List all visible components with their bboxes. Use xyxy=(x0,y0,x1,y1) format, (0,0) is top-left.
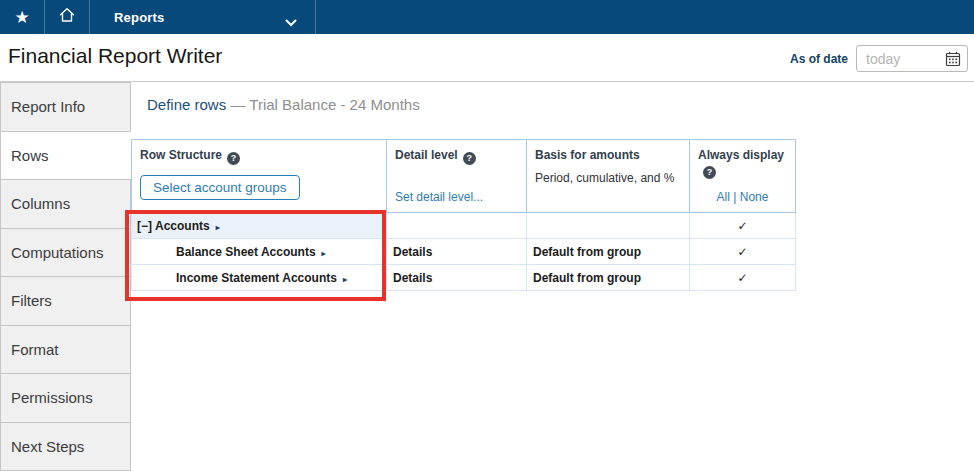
page-title: Financial Report Writer xyxy=(8,44,222,68)
basis-cell: Default from group xyxy=(527,239,690,265)
section-heading: Define rows — Trial Balance - 24 Months xyxy=(147,96,420,113)
sidebar-item-label: Report Info xyxy=(11,98,85,115)
calendar-icon[interactable] xyxy=(945,51,961,71)
chevron-down-icon xyxy=(285,13,297,31)
topbar-divider xyxy=(315,0,316,34)
row-structure-cell-balance-sheet[interactable]: Balance Sheet Accounts▸ xyxy=(132,239,387,265)
section-heading-separator: — xyxy=(230,96,245,113)
always-display-label: Always display xyxy=(698,148,784,162)
always-display-all-link[interactable]: All xyxy=(717,190,730,204)
sidebar-item-label: Next Steps xyxy=(11,438,84,455)
column-header-basis-for-amounts: Basis for amounts Period, cumulative, an… xyxy=(527,140,690,213)
sidebar-item-label: Filters xyxy=(11,292,52,309)
sidebar-item-computations[interactable]: Computations xyxy=(0,228,131,278)
sidebar-item-label: Computations xyxy=(11,244,104,261)
table-row-accounts: [−]Accounts▸ ✓ xyxy=(132,213,796,239)
account-group-label: Accounts xyxy=(155,219,210,233)
column-header-always-display: Always display? All | None xyxy=(690,140,796,213)
column-header-detail-level: Detail level? Set detail level... xyxy=(387,140,527,213)
section-heading-primary: Define rows xyxy=(147,96,226,113)
sidebar-item-label: Rows xyxy=(11,147,49,164)
row-structure-label: Row Structure xyxy=(140,148,222,162)
table-row-balance-sheet-accounts: Balance Sheet Accounts▸ Details Default … xyxy=(132,239,796,265)
as-of-date-label: As of date xyxy=(790,52,848,66)
body-row: Report Info Rows Columns Computations Fi… xyxy=(0,82,974,471)
help-icon[interactable]: ? xyxy=(227,152,240,165)
account-group-label: Balance Sheet Accounts xyxy=(176,245,316,259)
sidebar: Report Info Rows Columns Computations Fi… xyxy=(0,82,131,471)
sidebar-item-format[interactable]: Format xyxy=(0,325,131,375)
home-button[interactable] xyxy=(45,0,89,34)
favorites-button[interactable]: ★ xyxy=(0,0,44,34)
top-nav-bar: ★ Reports xyxy=(0,0,974,34)
sidebar-item-columns[interactable]: Columns xyxy=(0,179,131,229)
always-display-checkmark[interactable]: ✓ xyxy=(690,239,796,265)
nav-reports-label: Reports xyxy=(114,10,165,25)
home-icon xyxy=(57,5,77,29)
as-of-date-group: As of date xyxy=(790,45,968,72)
row-structure-cell-income-statement[interactable]: Income Statement Accounts▸ xyxy=(132,265,387,291)
table-row-income-statement-accounts: Income Statement Accounts▸ Details Defau… xyxy=(132,265,796,291)
select-account-groups-button[interactable]: Select account groups xyxy=(140,175,300,200)
sidebar-item-next-steps[interactable]: Next Steps xyxy=(0,422,131,471)
sidebar-item-label: Permissions xyxy=(11,389,93,406)
help-icon[interactable]: ? xyxy=(463,152,476,165)
rows-definition-table: Row Structure? Select account groups Det… xyxy=(131,139,796,291)
section-heading-report-name: Trial Balance - 24 Months xyxy=(249,96,419,113)
always-display-checkmark[interactable]: ✓ xyxy=(690,265,796,291)
sidebar-item-permissions[interactable]: Permissions xyxy=(0,373,131,423)
sidebar-item-rows[interactable]: Rows xyxy=(0,131,131,181)
row-structure-cell-accounts[interactable]: [−]Accounts▸ xyxy=(132,213,387,239)
collapse-marker-icon[interactable]: [−] xyxy=(137,219,152,233)
basis-for-amounts-label: Basis for amounts xyxy=(535,148,640,162)
star-icon: ★ xyxy=(14,9,29,26)
account-group-label: Income Statement Accounts xyxy=(176,271,337,285)
date-input-wrapper xyxy=(856,45,968,72)
detail-level-cell: Details xyxy=(387,265,527,291)
sidebar-item-report-info[interactable]: Report Info xyxy=(0,82,131,132)
table-header-row: Row Structure? Select account groups Det… xyxy=(132,140,796,213)
arrow-right-icon: ▸ xyxy=(216,223,220,232)
always-display-link-separator: | xyxy=(733,190,736,204)
sidebar-item-label: Columns xyxy=(11,195,70,212)
basis-cell xyxy=(527,213,690,239)
main-content: Define rows — Trial Balance - 24 Months … xyxy=(131,82,974,471)
arrow-right-icon: ▸ xyxy=(322,249,326,258)
nav-reports-menu[interactable]: Reports xyxy=(90,0,315,34)
detail-level-cell xyxy=(387,213,527,239)
sidebar-item-label: Format xyxy=(11,341,59,358)
always-display-checkmark[interactable]: ✓ xyxy=(690,213,796,239)
detail-level-cell: Details xyxy=(387,239,527,265)
sidebar-item-filters[interactable]: Filters xyxy=(0,276,131,326)
basis-for-amounts-subtext: Period, cumulative, and % xyxy=(535,171,681,185)
as-of-date-input[interactable] xyxy=(857,46,939,71)
basis-cell: Default from group xyxy=(527,265,690,291)
set-detail-level-link[interactable]: Set detail level... xyxy=(395,190,483,204)
help-icon[interactable]: ? xyxy=(703,166,716,179)
app-window: ★ Reports Financial Report Writer As of … xyxy=(0,0,974,471)
always-display-none-link[interactable]: None xyxy=(740,190,769,204)
page-header: Financial Report Writer As of date xyxy=(0,34,974,82)
detail-level-label: Detail level xyxy=(395,148,458,162)
column-header-row-structure: Row Structure? Select account groups xyxy=(132,140,387,213)
arrow-right-icon: ▸ xyxy=(343,275,347,284)
